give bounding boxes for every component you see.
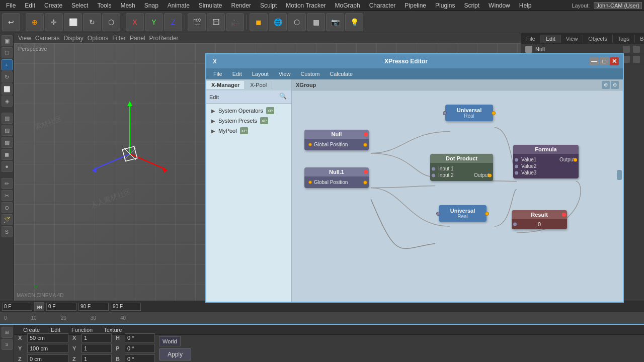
pos-y-input[interactable] [27, 344, 68, 353]
null-check1[interactable] [623, 46, 630, 53]
fps-input[interactable] [111, 303, 141, 311]
menu-sculpt[interactable]: Sculpt [256, 1, 281, 10]
size-x-input[interactable] [82, 333, 112, 342]
options-tab[interactable]: Options [88, 35, 108, 42]
xpresso-close-btn[interactable]: ✕ [610, 57, 619, 65]
xgroup-collapse-btn[interactable]: ⊖ [611, 81, 619, 89]
menu-mograph[interactable]: MoGraph [331, 1, 364, 10]
menu-select[interactable]: Select [67, 1, 92, 10]
render-scene[interactable]: 🎥 [226, 13, 244, 31]
cameras-tab[interactable]: Cameras [35, 35, 60, 42]
null1-check2[interactable] [633, 56, 640, 63]
rot-h-input[interactable] [125, 333, 155, 342]
deform-btn[interactable]: ⬡ [288, 13, 306, 31]
object-mode-btn[interactable]: ◼ [250, 13, 268, 31]
rot-p-input[interactable] [125, 344, 155, 353]
menu-snap[interactable]: Snap [140, 1, 163, 10]
xpresso-maximize-btn[interactable]: □ [600, 57, 609, 65]
xgroup-expand-btn[interactable]: ⊕ [602, 81, 610, 89]
null1-check1[interactable] [623, 56, 630, 63]
xp-custom[interactable]: Custom [296, 70, 324, 78]
obj-tool-11[interactable]: ● [2, 161, 13, 172]
obj-tool-13[interactable]: ✂ [2, 190, 13, 201]
create-tab[interactable]: Create [18, 326, 45, 334]
edit-tab[interactable]: Edit [46, 326, 65, 334]
camera-btn[interactable]: 📷 [326, 13, 344, 31]
pos-x-input[interactable] [27, 333, 68, 342]
bottom-tool-2[interactable]: S [2, 339, 13, 350]
current-frame-input[interactable] [2, 303, 32, 311]
render-region[interactable]: 🎬 [188, 13, 206, 31]
menu-motion-tracker[interactable]: Motion Tracker [282, 1, 330, 10]
menu-pipeline[interactable]: Pipeline [400, 1, 430, 10]
obj-tool-7[interactable]: ▧ [2, 113, 13, 124]
node-universal-real-1[interactable]: Universal Real [445, 105, 493, 121]
menu-script[interactable]: Script [460, 1, 484, 10]
scroll-indicator[interactable] [617, 170, 622, 180]
prorender-tab[interactable]: ProRender [149, 35, 179, 42]
layout-user[interactable]: John-CAM (User) [594, 2, 642, 9]
pos-z-input[interactable] [27, 354, 68, 362]
world-selector[interactable]: World [159, 336, 181, 346]
rot-b-input[interactable] [125, 354, 155, 362]
rotate-tool[interactable]: ↻ [83, 13, 101, 31]
light-btn[interactable]: 💡 [345, 13, 363, 31]
menu-window[interactable]: Window [485, 1, 514, 10]
obj-tool-5[interactable]: ⬜ [2, 83, 13, 95]
node-dot-product[interactable]: Dot Product Input 1 Input 2 Output [430, 154, 493, 181]
start-frame-input[interactable] [46, 303, 76, 311]
null-check2[interactable] [633, 46, 640, 53]
obj-tool-1[interactable]: ▣ [2, 35, 13, 46]
obj-tool-6[interactable]: ◈ [2, 96, 13, 107]
xp-file[interactable]: File [209, 70, 226, 78]
obj-tool-8[interactable]: ▨ [2, 125, 13, 136]
obj-tool-10[interactable]: ◼ [2, 149, 13, 160]
menu-file[interactable]: File [2, 1, 20, 10]
menu-help[interactable]: Help [515, 1, 536, 10]
size-y-input[interactable] [82, 344, 112, 353]
obj-view-tab[interactable]: View [561, 35, 584, 43]
obj-bookmarks-tab[interactable]: Bookmarks [635, 35, 644, 43]
panel-tab[interactable]: Panel [130, 35, 145, 42]
x-pool-tab[interactable]: X-Pool [245, 81, 272, 89]
xp-edit[interactable]: Edit [228, 70, 246, 78]
function-tab[interactable]: Function [66, 326, 98, 334]
node-formula[interactable]: Formula Value1 Output Value2 [513, 145, 579, 178]
node-null[interactable]: Null Global Position [304, 130, 369, 150]
obj-tool-2[interactable]: ⬡ [2, 47, 13, 58]
mypool-item[interactable]: ▶ MyPool XP [208, 126, 289, 136]
transform-tool[interactable]: ⬡ [102, 13, 120, 31]
end-frame-input[interactable] [78, 303, 109, 311]
world-mode-btn[interactable]: 🌐 [269, 13, 287, 31]
menu-render[interactable]: Render [227, 1, 255, 10]
view-tab[interactable]: View [18, 35, 31, 42]
obj-null-row[interactable]: Null [521, 44, 644, 54]
menu-simulate[interactable]: Simulate [195, 1, 226, 10]
menu-animate[interactable]: Animate [164, 1, 194, 10]
menu-create[interactable]: Create [40, 1, 66, 10]
xpresso-minimize-btn[interactable]: — [590, 57, 599, 65]
obj-tool-12[interactable]: ✏ [2, 178, 13, 189]
select-tool[interactable]: ⊕ [26, 13, 44, 31]
menu-tools[interactable]: Tools [93, 1, 115, 10]
obj-tool-3[interactable]: + [2, 59, 13, 70]
search-icon[interactable]: 🔍 [279, 93, 288, 102]
texture-tab[interactable]: Texture [99, 326, 127, 334]
obj-tool-4[interactable]: ↻ [2, 71, 13, 82]
menu-character[interactable]: Character [365, 1, 400, 10]
xp-layout[interactable]: Layout [248, 70, 273, 78]
menu-edit[interactable]: Edit [21, 1, 39, 10]
node-null1[interactable]: Null.1 Global Position [304, 167, 369, 188]
obj-tags-tab[interactable]: Tags [613, 35, 635, 43]
size-z-input[interactable] [82, 354, 112, 362]
system-operators-item[interactable]: ▶ System Operators XP [208, 106, 289, 116]
scale-tool[interactable]: ⬜ [64, 13, 82, 31]
menu-plugins[interactable]: Plugins [431, 1, 459, 10]
obj-tool-16[interactable]: S [2, 226, 13, 237]
x-axis-btn[interactable]: X [126, 13, 144, 31]
obj-tool-14[interactable]: ⊙ [2, 202, 13, 213]
obj-tool-15[interactable]: 🪄 [2, 214, 13, 225]
bottom-tool-1[interactable]: ⊞ [2, 327, 13, 338]
x-manager-tab[interactable]: X-Manager [206, 81, 245, 89]
obj-tool-9[interactable]: ▩ [2, 137, 13, 148]
